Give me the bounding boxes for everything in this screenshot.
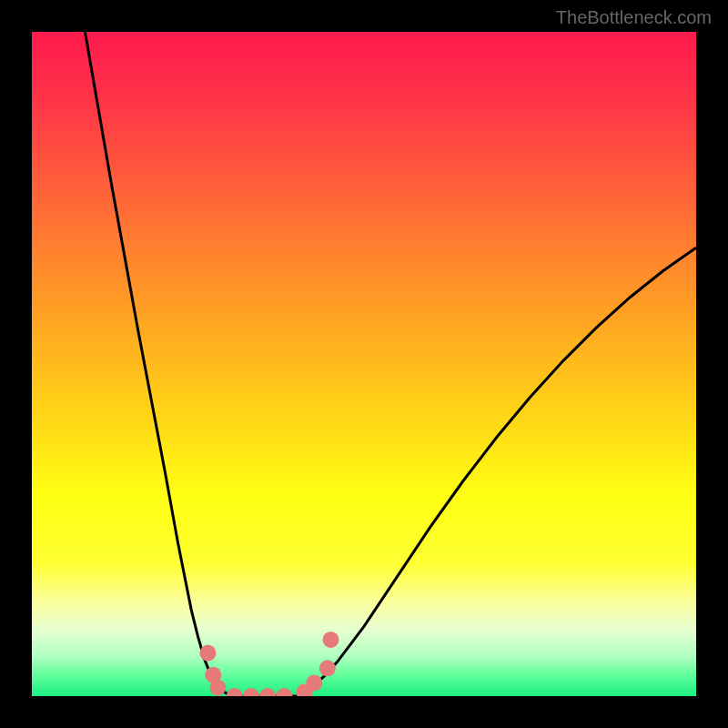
chart-frame: TheBottleneck.com: [0, 0, 728, 728]
data-marker: [319, 660, 336, 676]
data-marker: [209, 680, 226, 696]
marker-layer: [32, 32, 696, 696]
data-marker: [227, 688, 243, 696]
data-marker: [306, 674, 322, 691]
data-marker: [243, 688, 259, 696]
watermark-text: TheBottleneck.com: [556, 7, 712, 28]
data-marker: [259, 688, 276, 696]
data-marker: [323, 632, 339, 648]
data-marker: [276, 688, 292, 696]
data-marker: [199, 645, 216, 662]
plot-area: [32, 32, 696, 696]
